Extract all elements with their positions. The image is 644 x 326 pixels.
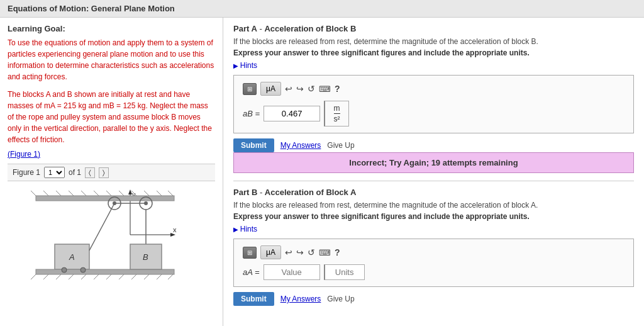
part-a-title: Acceleration of Block B — [264, 24, 356, 33]
svg-line-17 — [157, 191, 162, 196]
part-b-toolbar: ⊞ μA ↩ ↪ ↺ ⌨ ? — [243, 245, 625, 259]
part-b-give-up-link[interactable]: Give Up — [327, 295, 354, 303]
part-a-mu-button[interactable]: μA — [260, 82, 281, 96]
part-a-header: Part A - Acceleration of Block B — [233, 24, 634, 33]
part-a-toolbar: ⊞ μA ↩ ↪ ↺ ⌨ ? — [243, 82, 625, 96]
part-b-submit-button[interactable]: Submit — [233, 292, 274, 306]
figure-canvas: y x — [8, 181, 215, 298]
part-a-desc: If the blocks are released from rest, de… — [233, 37, 634, 46]
svg-text:A: A — [69, 252, 75, 262]
svg-line-29 — [69, 274, 74, 279]
svg-rect-25 — [36, 269, 174, 274]
svg-line-34 — [131, 274, 136, 279]
part-b-redo-icon[interactable]: ↪ — [296, 247, 304, 257]
part-b-input-row: aA = — [243, 264, 625, 280]
svg-line-10 — [69, 191, 74, 196]
svg-line-30 — [81, 274, 86, 279]
part-b-instruction: Express your answer to three significant… — [233, 212, 634, 221]
svg-line-37 — [168, 274, 173, 279]
svg-line-13 — [106, 191, 111, 196]
part-b-my-answers-link[interactable]: My Answers — [280, 295, 321, 303]
svg-line-36 — [157, 274, 162, 279]
figure-label: Figure 1 — [13, 168, 40, 177]
figure-next-button[interactable]: 〉 — [99, 167, 109, 178]
problem-text: The blocks A and B shown are initially a… — [8, 89, 215, 145]
part-b-header: Part B - Acceleration of Block A — [233, 188, 634, 197]
part-b-eq-label: aA = — [243, 267, 260, 277]
svg-line-27 — [43, 274, 48, 279]
part-b-hints-link[interactable]: Hints — [233, 225, 634, 233]
part-a-grid-button[interactable]: ⊞ — [243, 83, 257, 95]
part-a-units-display: m s² — [324, 101, 349, 126]
part-b-keyboard-icon[interactable]: ⌨ — [319, 248, 331, 257]
part-b-label: Part B — [233, 188, 257, 197]
svg-line-16 — [144, 191, 149, 196]
part-a-give-up-link[interactable]: Give Up — [327, 141, 354, 150]
learning-goal-text: To use the equations of motion and apply… — [8, 37, 215, 82]
svg-line-28 — [56, 274, 61, 279]
right-panel: Part A - Acceleration of Block B If the … — [223, 18, 644, 326]
figure-of: of 1 — [69, 168, 81, 177]
svg-line-38 — [89, 203, 114, 250]
part-a-refresh-icon[interactable]: ↺ — [308, 84, 315, 94]
part-a-actions: Submit My Answers Give Up — [233, 138, 634, 152]
svg-text:B: B — [143, 252, 148, 262]
part-a-hints-link[interactable]: Hints — [233, 61, 634, 70]
part-a-my-answers-link[interactable]: My Answers — [280, 141, 321, 150]
svg-text:x: x — [173, 226, 177, 233]
figure-diagram: y x — [17, 184, 206, 295]
figure-prev-button[interactable]: 〈 — [85, 167, 95, 178]
part-b-answer-box: ⊞ μA ↩ ↪ ↺ ⌨ ? aA = — [233, 239, 634, 287]
part-b-desc: If the blocks are released from rest, de… — [233, 201, 634, 210]
part-b-value-input[interactable] — [264, 264, 320, 280]
part-a-value-input[interactable] — [264, 106, 320, 121]
part-b-dash: - — [257, 188, 265, 197]
part-a-undo-icon[interactable]: ↩ — [285, 84, 292, 94]
part-a-input-row: aB = m s² — [243, 101, 625, 126]
part-a-units-numerator: m — [334, 104, 340, 114]
svg-line-33 — [119, 274, 124, 279]
figure-link[interactable]: (Figure 1) — [8, 150, 40, 159]
part-a-eq-label: aB = — [243, 109, 260, 118]
svg-line-26 — [31, 274, 36, 279]
part-a-label: Part A — [233, 24, 257, 33]
svg-line-18 — [168, 191, 173, 196]
svg-line-11 — [81, 191, 86, 196]
svg-line-12 — [94, 191, 99, 196]
svg-line-9 — [56, 191, 61, 196]
parts-divider — [233, 181, 634, 181]
svg-line-32 — [106, 274, 111, 279]
learning-goal-title: Learning Goal: — [8, 24, 215, 33]
part-a-incorrect-banner: Incorrect; Try Again; 19 attempts remain… — [233, 152, 634, 173]
part-b-refresh-icon[interactable]: ↺ — [308, 247, 315, 257]
svg-line-31 — [94, 274, 99, 279]
part-a-units-denominator: s² — [334, 114, 340, 123]
part-b-undo-icon[interactable]: ↩ — [285, 247, 292, 257]
part-a-help-icon[interactable]: ? — [335, 84, 340, 94]
svg-line-35 — [144, 274, 149, 279]
svg-rect-6 — [36, 196, 174, 201]
figure-toolbar: Figure 1 1 of 1 〈 〉 — [8, 164, 215, 181]
part-a-answer-box: ⊞ μA ↩ ↪ ↺ ⌨ ? aB = m s² — [233, 75, 634, 133]
figure-select[interactable]: 1 — [44, 167, 65, 178]
part-a-dash: - — [257, 24, 265, 33]
part-a-instruction: Express your answer to three significant… — [233, 48, 634, 57]
part-b-title: Acceleration of Block A — [265, 188, 356, 197]
part-b-actions: Submit My Answers Give Up — [233, 292, 634, 306]
part-b-help-icon[interactable]: ? — [335, 247, 340, 257]
part-b-mu-button[interactable]: μA — [260, 245, 281, 259]
svg-line-8 — [43, 191, 48, 196]
svg-point-43 — [62, 267, 67, 273]
page-title: Equations of Motion: General Plane Motio… — [0, 0, 644, 18]
svg-line-14 — [119, 191, 124, 196]
figure-section: Figure 1 1 of 1 〈 〉 y x — [8, 164, 215, 298]
part-b-grid-button[interactable]: ⊞ — [243, 247, 257, 259]
part-b-units-input[interactable] — [324, 264, 365, 280]
part-a-submit-button[interactable]: Submit — [233, 138, 274, 152]
svg-line-7 — [31, 191, 36, 196]
part-a-keyboard-icon[interactable]: ⌨ — [319, 84, 331, 94]
left-panel: Learning Goal: To use the equations of m… — [0, 18, 223, 326]
part-a-redo-icon[interactable]: ↪ — [296, 84, 304, 94]
svg-point-44 — [80, 267, 86, 273]
